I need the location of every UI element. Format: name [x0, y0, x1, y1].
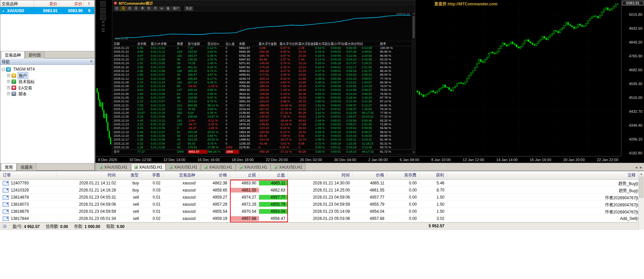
tab-symbols[interactable]: 交易品种 — [1, 51, 25, 59]
stats-toolbar-button[interactable]: 月 — [133, 6, 139, 11]
stats-row[interactable]: 2025.12.160.320.01 | 0.041356.424.79 %01… — [114, 142, 415, 145]
orders-column-header[interactable]: 获利 — [419, 173, 447, 178]
stats-scrollbar[interactable]: ▲ ▼ — [412, 12, 415, 154]
stats-column-header[interactable]: 出入金 — [226, 42, 239, 46]
chart-tab-xauusd-h1[interactable]: XAUUSD,H1 — [131, 163, 166, 171]
stats-row[interactable]: 2026.01.191.010.01 | 0.052974.291.40 %05… — [114, 61, 415, 65]
tab-favorites[interactable]: 收藏夹 — [17, 163, 36, 171]
stats-toolbar-button[interactable]: 备 — [165, 6, 171, 11]
chart-area[interactable]: V.5.15 复盘侠 http://MTCommander.com MTComm… — [95, 0, 644, 163]
stats-row[interactable]: 2026.01.131.650.01 | 0.0740206.874.87 %0… — [114, 73, 415, 77]
scrollbar-thumb[interactable] — [413, 16, 415, 38]
stats-column-header[interactable]: 盈亏金额 — [188, 42, 207, 46]
market-watch-header-bid[interactable]: 卖价 — [34, 0, 59, 7]
chart-tab-xauusd-h1[interactable]: XAUUSD,H1 — [236, 163, 271, 171]
stats-row[interactable]: 2026.01.082.530.01 | 0.1086-54.93-1.43 %… — [114, 84, 415, 88]
orders-column-header[interactable]: 手数 — [142, 173, 163, 178]
stats-title-bar[interactable]: MTCommander统计 — [112, 0, 415, 6]
stats-row[interactable]: 2026.01.202.700.01 | 0.0930125.922.34 %0… — [114, 58, 415, 61]
stats-row[interactable]: 2025.12.180.880.01 | 0.0554144.199.69 %0… — [114, 134, 415, 138]
price-axis[interactable]: 5083.81 5015.804932.504849.204765.904682… — [621, 0, 644, 156]
order-row[interactable]: 138160732026.01.23 04:59:06sell0.01xauus… — [0, 201, 644, 208]
stats-row[interactable]: 2025.12.303.430.01 | 0.1012176.523.58 %0… — [114, 107, 415, 111]
orders-column-header[interactable]: 注释 — [447, 173, 638, 178]
stats-row[interactable]: 2026.01.163.300.01 | 0.0769451.619.32 %0… — [114, 65, 415, 69]
stats-row[interactable]: 2025.12.233.230.01 | 0.10125-44.77-2.33 … — [114, 123, 415, 126]
sidebar-item-root[interactable]: -▤TMGM MT4 — [1, 66, 94, 72]
stats-column-header[interactable]: 日期 — [114, 42, 137, 46]
stats-row[interactable]: 2025.12.151.260.01 | 0.0643178.9117.89 %… — [114, 146, 415, 149]
stats-column-header[interactable]: 最大浮亏金额 — [259, 42, 280, 46]
stats-row[interactable]: 2025.12.220.250.01 | 0.069-32.27-1.65 %0… — [114, 126, 415, 130]
stats-toolbar-button[interactable]: 轨迹 — [184, 6, 193, 11]
chart-tab-xauusd-h1[interactable]: XAUUSD,H1 — [201, 163, 236, 171]
stats-row[interactable]: 2026.01.223.080.01 | 0.12126153.002.64 %… — [114, 50, 415, 54]
quick-trade-icon[interactable] — [100, 1, 106, 7]
stats-column-header[interactable]: 最大浮盈金额 — [298, 42, 315, 46]
stats-column-header[interactable]: 数量 — [177, 42, 188, 46]
stats-row[interactable]: 2025.12.262.340.01 | 0.0697259.6013.87 %… — [114, 115, 415, 119]
orders-column-header[interactable]: 类型 — [119, 173, 142, 178]
orders-column-header[interactable]: 时间 — [57, 173, 119, 178]
orders-column-header[interactable]: 价格 — [353, 173, 387, 178]
stats-row[interactable]: 2026.01.052.180.01 | 0.0790228.656.97 %0… — [114, 96, 415, 100]
expander-icon[interactable]: + — [7, 80, 10, 83]
expander-icon[interactable]: + — [7, 86, 10, 89]
mtcommander-stats-panel[interactable]: MTCommander统计 综日周月季年币M备账户轨迹 2025.12.15 2… — [112, 0, 415, 155]
market-watch-header-symbol[interactable]: 交易品种 — [0, 0, 34, 7]
stats-toolbar-button[interactable]: 年 — [146, 6, 152, 11]
order-row[interactable]: 124077932026.01.21 14:11:02buy0.02xauusd… — [0, 180, 644, 187]
market-watch-empty-area[interactable] — [0, 14, 94, 51]
close-icon[interactable]: × — [89, 59, 93, 64]
orders-column-header[interactable]: 库存费 — [387, 173, 419, 178]
tab-common[interactable]: 常用 — [1, 163, 17, 171]
market-watch-header-ask[interactable]: 买价 — [59, 0, 84, 7]
chart-tab-xauusd-h1[interactable]: XAUUSD,H1 — [166, 163, 201, 171]
stats-row[interactable]: 2025.12.171.380.01 | 0.0643253.2820.50 %… — [114, 138, 415, 142]
chart-tab-xauusd-h1[interactable]: XAUUSD,H1 — [271, 163, 305, 171]
order-row[interactable]: 124103292026.01.21 14:16:28buy0.03xauusd… — [0, 187, 644, 194]
stats-total-row[interactable]: 合计77.2724844952.57495.26 %1000-490.36-27… — [114, 149, 415, 154]
stats-column-header[interactable]: 最小/平均/最大持仓时间 — [331, 42, 380, 46]
expander-icon[interactable]: - — [2, 68, 5, 71]
order-row[interactable]: 138166792026.01.23 04:59:59sell0.01xauus… — [0, 208, 644, 215]
stats-row[interactable]: 2026.01.122.130.01 | 0.1054246.946.17 %0… — [114, 77, 415, 80]
stats-row[interactable]: 2025.12.192.460.01 | 0.0782320.4619.63 %… — [114, 130, 415, 134]
stats-column-header[interactable]: 余额 — [239, 42, 259, 46]
stats-toolbar-button[interactable]: 日 — [120, 6, 126, 11]
stats-row[interactable]: 2026.01.073.640.01 | 0.10147240.446.66 %… — [114, 88, 415, 92]
sidebar-item-indicators[interactable]: +ƒ技术指标 — [1, 78, 94, 84]
stats-row[interactable]: 2025.12.244.400.01 | 0.12181-3.94-0.21 %… — [114, 119, 415, 123]
time-axis[interactable]: 8 Dec 202510 Dec 12:0012 Dec 14:0016 Dec… — [95, 156, 621, 163]
grid-toggle-icon[interactable] — [100, 8, 106, 14]
tab-tick-chart[interactable]: 即时图 — [25, 51, 45, 59]
scrollbar-thumb[interactable] — [639, 177, 643, 198]
market-watch-row-xauusd[interactable]: ▲XAUUSD 5083.81 5083.90 9 — [0, 7, 94, 14]
chart-tab-xauusd-h1[interactable]: XAUUSD,H1 — [96, 163, 131, 171]
stats-row[interactable]: 2026.01.022.120.01 | 0.0770263.918.75 %0… — [114, 100, 415, 103]
terminal-scrollbar[interactable]: ▲ — [638, 171, 644, 230]
orders-column-header[interactable]: 价格 — [198, 173, 230, 178]
sidebar-item-accounts[interactable]: +♟账户 — [1, 72, 94, 78]
stats-row[interactable]: 2026.01.213.870.01 | 0.10115294.475.36 %… — [114, 54, 415, 58]
stats-column-header[interactable]: 最大浮盈比例 — [315, 42, 331, 46]
stats-toolbar-button[interactable]: M — [159, 6, 165, 11]
stats-toolbar-button[interactable]: 周 — [127, 6, 133, 11]
sidebar-item-ea-trading[interactable]: +◆EA交易 — [1, 84, 94, 91]
scroll-up-icon[interactable]: ▲ — [639, 171, 644, 177]
stats-column-header[interactable]: 最大浮亏比例 — [280, 42, 298, 46]
orders-column-header[interactable]: 止盈 — [259, 173, 288, 178]
stats-column-header[interactable]: 总手数 — [137, 42, 151, 46]
tab-scroll-left-icon[interactable]: ◄ — [635, 166, 638, 169]
orders-column-header[interactable]: 交易品种 — [163, 173, 198, 178]
stats-column-header[interactable]: 胜率 — [380, 42, 399, 46]
scroll-down-icon[interactable]: ▼ — [412, 151, 415, 153]
orders-column-header[interactable]: 止损 — [230, 173, 259, 178]
stats-row[interactable]: 2026.01.142.820.01 | 0.08118389.408.74 %… — [114, 69, 415, 73]
sidebar-item-scripts[interactable]: +✎脚本 — [1, 91, 94, 97]
stats-row[interactable]: 2026.01.061.500.01 | 0.0664100.132.85 %0… — [114, 92, 415, 96]
orders-column-header[interactable]: 订单 — [0, 173, 57, 178]
tab-scroll-right-icon[interactable]: ► — [639, 166, 643, 169]
order-row[interactable]: 138148782026.01.23 04:55:31sell0.01xauus… — [0, 194, 644, 201]
stats-toolbar-button[interactable]: 综 — [114, 6, 120, 11]
